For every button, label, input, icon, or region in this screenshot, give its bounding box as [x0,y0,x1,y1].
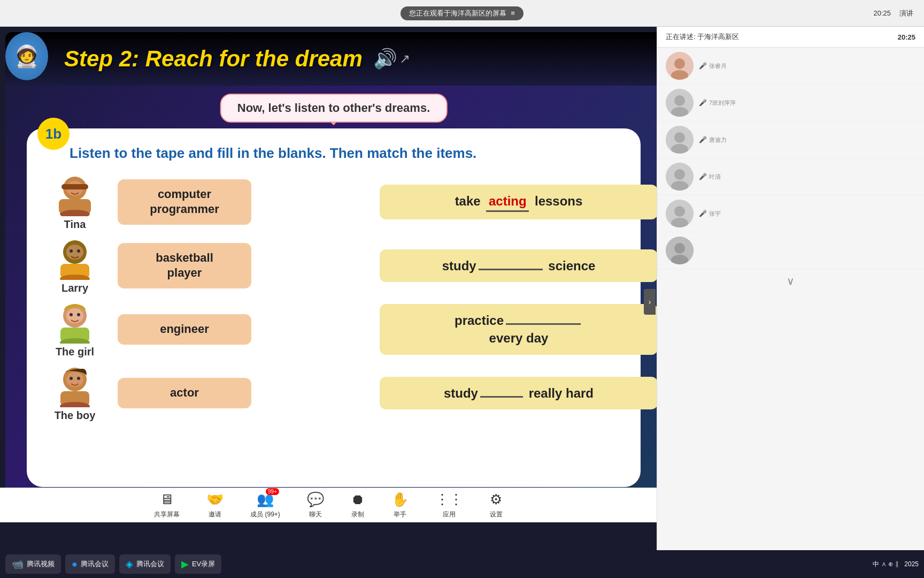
boy-name: The boy [55,409,96,422]
scroll-down-indicator[interactable]: ∨ [657,269,924,293]
participant-unknown [657,232,924,269]
step-title: Step 2: Reach for the dream [64,46,363,72]
girl-avatar [55,301,95,344]
toolbar-apps[interactable]: ⋮⋮ 应用 [435,491,463,519]
white-card: 1b Listen to the tape and fill in the bl… [27,128,641,487]
taskbar-time: 2025 [904,560,919,568]
participant-name-3: 唐迪力 [709,136,727,144]
time-display: 20:25 [873,9,891,17]
participant-avatar-1 [666,52,694,80]
toolbar-chat[interactable]: 💬 聊天 [307,491,324,519]
video-icon: 📹 [12,558,24,570]
taskbar: 📹 腾讯视频 ● 腾讯会议 ◈ 腾讯会议 ▶ EV录屏 中 ∧ ⊕ ∥ 2025 [0,550,924,578]
top-bar-right: 20:25 演讲 [873,9,913,18]
participant-zhangyu: 🎤 张宇 [657,195,924,232]
larry-name: Larry [61,282,88,294]
participant-avatar-2 [666,89,694,117]
ev-label: EV录屏 [192,559,215,569]
members-badge-container: 👥 99+ [257,491,274,508]
job-basketball-player: basketballplayer [118,243,251,288]
mic-icon-3: 🎤 [699,136,707,143]
blank-take-acting: take acting lessons [380,185,657,219]
exercise-label: 1b [37,118,70,150]
exercise-grid: Tina computerprogrammer take acting less… [43,173,625,422]
raise-hand-label: 举手 [394,510,406,519]
mic-icon-4: 🎤 [699,173,707,180]
settings-label: 设置 [490,510,503,519]
blank-study-hard: study really hard [380,377,657,410]
blank-practice-line [506,323,581,325]
top-bar: 您正在观看于海洋高新区的屏幕 ≡ 20:25 演讲 [0,0,924,27]
raise-hand-icon: ✋ [391,491,409,508]
mic-icon-5: 🎤 [699,210,707,217]
right-sidebar: › 正在讲述: 于海洋高新区 20:25 🎤 张睿月 [657,27,924,550]
answer-acting: acting [486,192,529,212]
participant-info-1: 🎤 张睿月 [699,62,727,70]
ev-icon: ▶ [181,558,189,570]
toolbar-members[interactable]: 👥 99+ 成员 (99+) [250,491,280,519]
toolbar-settings[interactable]: ⚙ 设置 [490,491,503,519]
menu-icon: ≡ [511,9,515,17]
person-tina: Tina [43,173,107,231]
participant-avatar-6 [666,237,694,264]
participant-liupingping: 🎤 7班刘萍萍 [657,85,924,121]
settings-icon: ⚙ [490,491,502,508]
screenshare-label: 共享屏幕 [154,510,180,519]
bottom-toolbar: 🖥 共享屏幕 🤝 邀请 👥 99+ 成员 (99+) 💬 聊天 ⏺ 录制 [0,488,657,522]
invite-icon: 🤝 [206,491,224,508]
record-icon: ⏺ [351,491,365,508]
blank-science [479,269,543,270]
job-engineer: engineer [118,314,251,345]
participant-name-2: 7班刘萍萍 [709,99,736,107]
toolbar-screenshare[interactable]: 🖥 共享屏幕 [154,491,180,519]
presenter-label: 正在讲述: 于海洋高新区 [666,32,739,42]
svg-point-20 [66,372,83,387]
toolbar-invite[interactable]: 🤝 邀请 [206,491,224,519]
meeting2-label: 腾讯会议 [136,559,164,569]
sidebar-header: 正在讲述: 于海洋高新区 20:25 [657,27,924,48]
meeting2-icon: ◈ [126,558,133,570]
job-computer-programmer: computerprogrammer [118,179,251,225]
svg-point-14 [66,308,83,323]
record-label: 录制 [351,510,364,519]
meeting1-icon: ● [72,559,78,570]
slide: 🧑‍🚀 Step 2: Reach for the dream 🔊 ↗ Now,… [5,32,657,503]
tina-name: Tina [64,218,86,231]
notification-text: 您正在观看于海洋高新区的屏幕 [409,9,506,18]
toolbar-record[interactable]: ⏺ 录制 [351,491,365,519]
larry-avatar [55,237,95,280]
svg-point-8 [66,245,83,260]
svg-point-15 [70,313,73,316]
chat-label: 聊天 [309,510,322,519]
screen-share-notification: 您正在观看于海洋高新区的屏幕 ≡ [401,6,523,20]
apps-icon: ⋮⋮ [435,491,463,508]
svg-point-35 [674,169,685,180]
taskbar-meeting-2[interactable]: ◈ 腾讯会议 [119,554,171,574]
members-count: 99+ [266,488,279,495]
blank-hard-line [480,396,523,398]
sidebar-collapse-btn[interactable]: › [644,289,656,315]
svg-point-21 [70,377,73,380]
taskbar-meeting-1[interactable]: ● 腾讯会议 [65,554,115,574]
speech-bubble: Now, let's listen to other's dreams. [220,94,448,123]
content-area: 🧑‍🚀 Step 2: Reach for the dream 🔊 ↗ Now,… [0,27,657,550]
apps-label: 应用 [443,510,456,519]
mic-icon-2: 🎤 [699,99,707,107]
main-layout: 🧑‍🚀 Step 2: Reach for the dream 🔊 ↗ Now,… [0,27,924,550]
participant-avatar-4 [666,163,694,191]
svg-point-22 [77,377,80,380]
participant-tangdili: 🎤 唐迪力 [657,121,924,158]
participant-zhangmyue: 🎤 张睿月 [657,48,924,85]
toolbar-raise-hand[interactable]: ✋ 举手 [391,491,409,519]
taskbar-ev[interactable]: ▶ EV录屏 [175,554,221,574]
participant-info-2: 🎤 7班刘萍萍 [699,99,736,107]
meeting1-label: 腾讯会议 [81,559,109,569]
video-label: 腾讯视频 [27,559,55,569]
taskbar-video[interactable]: 📹 腾讯视频 [5,554,61,574]
svg-point-41 [674,243,685,254]
mic-icon-1: 🎤 [699,62,707,70]
participant-badge-3: 🎤 唐迪力 [699,136,727,144]
invite-label: 邀请 [209,510,221,519]
cursor-icon: ↗ [399,51,410,66]
person-the-girl: The girl [43,301,107,358]
